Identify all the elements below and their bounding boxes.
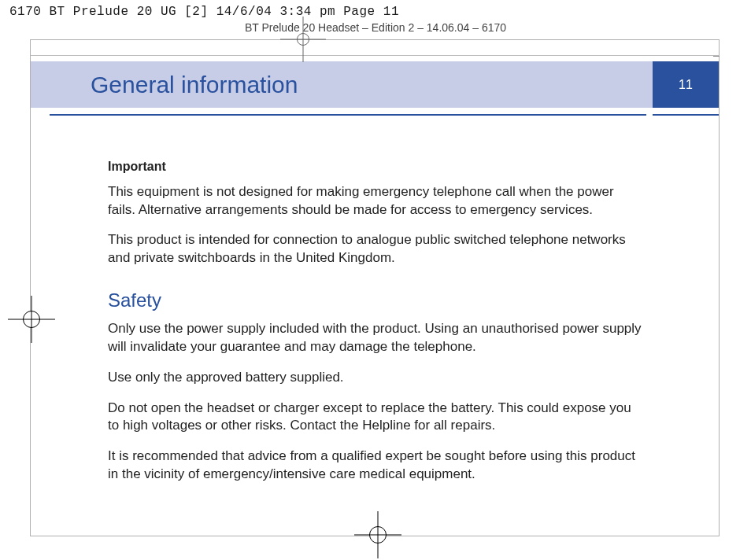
safety-paragraph-3: Do not open the headset or charger excep… bbox=[108, 400, 643, 436]
crop-tick-icon bbox=[713, 56, 720, 57]
registration-mark-bottom-icon bbox=[369, 526, 387, 543]
safety-paragraph-1: Only use the power supply included with … bbox=[108, 320, 643, 356]
important-paragraph-2: This product is intended for connection … bbox=[108, 231, 643, 267]
safety-paragraph-4: It is recommended that advice from a qua… bbox=[108, 448, 643, 484]
page-title: General information bbox=[91, 72, 298, 98]
important-paragraph-1: This equipment is not designed for makin… bbox=[108, 183, 643, 219]
safety-heading: Safety bbox=[108, 288, 643, 313]
banner-top-rule bbox=[31, 55, 719, 56]
page-frame: General information 11 Important This eq… bbox=[30, 39, 720, 536]
safety-paragraph-2: Use only the approved battery supplied. bbox=[108, 369, 643, 387]
important-label: Important bbox=[108, 158, 643, 175]
banner-left-stub bbox=[31, 61, 50, 108]
page-number: 11 bbox=[679, 78, 693, 92]
print-metadata-line: 6170 BT Prelude 20 UG [2] 14/6/04 3:34 p… bbox=[9, 5, 399, 19]
page-banner: General information 11 bbox=[31, 61, 719, 108]
document-subtitle: BT Prelude 20 Headset – Edition 2 – 14.0… bbox=[0, 21, 751, 34]
banner-underline-left bbox=[50, 114, 646, 116]
page-number-box: 11 bbox=[653, 61, 719, 108]
body-column: Important This equipment is not designed… bbox=[108, 158, 643, 496]
registration-mark-left-icon bbox=[23, 311, 40, 328]
banner-title-area: General information bbox=[50, 61, 653, 108]
registration-mark-top-icon bbox=[297, 33, 309, 46]
banner-underline-right bbox=[653, 114, 719, 116]
